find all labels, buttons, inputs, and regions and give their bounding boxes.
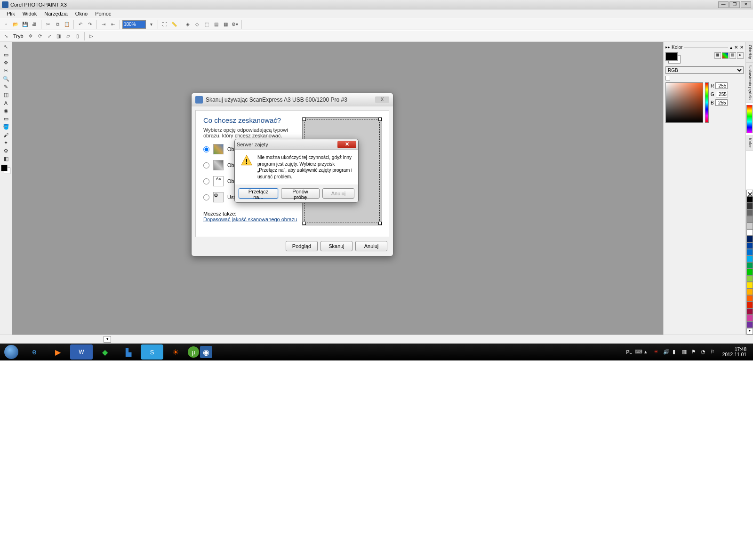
taskbar-skype-icon[interactable]: S (141, 344, 163, 360)
panel-options-icon[interactable]: ▸ (737, 52, 744, 59)
taskbar-word-icon[interactable]: W (70, 344, 93, 360)
palette-swatch[interactable] (746, 295, 753, 302)
error-dialog-titlebar[interactable]: Serwer zajęty ✕ (235, 139, 358, 150)
hue-slider[interactable] (705, 82, 709, 123)
taskbar-sun-icon[interactable]: ☀ (164, 344, 187, 360)
fullscreen-icon[interactable]: ⛶ (160, 20, 169, 29)
scan-option-bw-radio[interactable] (203, 178, 209, 184)
palette-swatch[interactable] (746, 315, 753, 321)
mode-skew-icon[interactable]: ◨ (55, 32, 63, 40)
image-sprayer-tool-icon[interactable]: ✿ (1, 147, 11, 155)
tray-keyboard-icon[interactable]: ⌨ (635, 349, 641, 355)
import-icon[interactable]: ⇥ (99, 20, 108, 29)
menu-help[interactable]: Pomoc (91, 10, 115, 17)
palette-swatch[interactable] (746, 249, 753, 256)
retry-button[interactable]: Ponów próbę (281, 188, 320, 199)
minimize-button[interactable]: — (718, 1, 729, 8)
palette-swatch[interactable] (746, 256, 753, 262)
taskbar-media-icon[interactable]: ▶ (47, 344, 69, 360)
ruler-icon[interactable]: 📏 (170, 20, 178, 29)
palette-swatch[interactable] (746, 269, 753, 275)
text-tool-icon[interactable]: A (1, 99, 11, 107)
colormixer-2-icon[interactable] (722, 52, 729, 59)
zoom-tool-icon[interactable]: 🔍 (1, 75, 11, 83)
taskbar-app-green-icon[interactable]: ◆ (94, 344, 116, 360)
scan-option-custom-radio[interactable] (203, 194, 209, 200)
mode-distort-icon[interactable]: ▱ (64, 32, 72, 40)
pointer-toggle-icon[interactable]: ⤡ (2, 32, 10, 40)
palette-swatch[interactable] (746, 229, 753, 236)
palette-swatch[interactable] (746, 236, 753, 242)
tool-e-icon[interactable]: ▦ (221, 20, 230, 29)
dropshadow-tool-icon[interactable]: ◧ (1, 155, 11, 163)
taskbar-buildings-icon[interactable]: ▙ (117, 344, 140, 360)
redeye-tool-icon[interactable]: ◉ (1, 107, 11, 115)
fill-tool-icon[interactable]: 🪣 (1, 123, 11, 131)
copy-icon[interactable]: ⧉ (53, 20, 62, 29)
palette-swatch[interactable] (746, 275, 753, 282)
outline-color-swatch[interactable] (665, 52, 678, 61)
palette-swatch[interactable] (746, 203, 753, 209)
g-input[interactable] (716, 91, 728, 97)
selection-handle[interactable] (378, 118, 382, 121)
palette-swatch[interactable] (746, 321, 753, 328)
mode-scale-icon[interactable]: ⤢ (45, 32, 54, 40)
selection-handle[interactable] (303, 222, 306, 225)
open-icon[interactable]: 📂 (11, 20, 20, 29)
color-model-select[interactable]: RGB (665, 66, 744, 74)
selection-handle[interactable] (303, 118, 306, 121)
zoom-dropdown-icon[interactable]: ▾ (147, 20, 155, 29)
tray-language[interactable]: PL (626, 350, 632, 355)
palette-none[interactable]: ✕ (746, 190, 753, 196)
mode-move-icon[interactable]: ✥ (26, 32, 35, 40)
tool-d-icon[interactable]: ▤ (212, 20, 220, 29)
palette-swatch[interactable] (746, 242, 753, 249)
foreground-color-swatch[interactable] (1, 165, 8, 171)
rectangle-tool-icon[interactable]: ▭ (1, 115, 11, 123)
cut-icon[interactable]: ✂ (44, 20, 52, 29)
undo-icon[interactable]: ↶ (76, 20, 85, 29)
close-button[interactable]: ✕ (741, 1, 751, 8)
tray-network-icon[interactable]: ▦ (682, 349, 689, 355)
mode-perspective-icon[interactable]: ▯ (73, 32, 82, 40)
colormixer-3-icon[interactable]: ▤ (729, 52, 736, 59)
eyedropper-tool-icon[interactable]: ✎ (1, 83, 11, 91)
effect-tool-icon[interactable]: ✦ (1, 139, 11, 147)
palette-swatch[interactable] (746, 288, 753, 295)
palette-scroll-down-icon[interactable]: ▾ (746, 328, 753, 335)
pick-tool-icon[interactable]: ↖ (1, 43, 11, 51)
tray-action-icon[interactable]: ⚑ (691, 349, 698, 355)
paint-tool-icon[interactable]: 🖌 (1, 131, 11, 139)
scan-dialog-close-button[interactable]: X (375, 96, 389, 103)
tool-c-icon[interactable]: ⬚ (202, 20, 211, 29)
error-dialog-close-button[interactable]: ✕ (337, 141, 356, 148)
tray-volume-icon[interactable]: 🔊 (663, 349, 670, 355)
scan-dialog-titlebar[interactable]: Skanuj używając ScanExpress A3 USB 600/1… (192, 93, 393, 106)
statusbar-combo[interactable]: ▾ (104, 336, 111, 343)
color-panel-close-icon[interactable]: ✕ (734, 45, 738, 50)
start-button[interactable] (0, 344, 23, 360)
taskbar-photopaint-icon[interactable]: ◉ (200, 346, 212, 358)
options-icon[interactable]: ⚙▾ (231, 20, 239, 29)
redo-icon[interactable]: ↷ (86, 20, 94, 29)
palette-swatch[interactable] (746, 209, 753, 216)
crop-tool-icon[interactable]: ✂ (1, 67, 11, 75)
tool-a-icon[interactable]: ◈ (184, 20, 192, 29)
tray-battery-icon[interactable]: ▮ (673, 349, 679, 355)
menu-view[interactable]: Widok (19, 10, 41, 17)
mask-transform-tool-icon[interactable]: ✥ (1, 59, 11, 67)
color-panel-collapse-icon[interactable]: ▴ (730, 45, 732, 50)
r-input[interactable] (715, 82, 728, 89)
taskbar-utorrent-icon[interactable]: µ (188, 346, 199, 358)
color-picker-area[interactable] (665, 82, 703, 123)
colormixer-icon[interactable]: ▦ (714, 52, 721, 59)
selection-handle[interactable] (378, 222, 382, 225)
tray-sun-icon[interactable]: ☀ (654, 349, 660, 355)
menu-window[interactable]: Okno (72, 10, 91, 17)
spectrum-icon[interactable] (746, 105, 753, 133)
maximize-button[interactable]: ❐ (729, 1, 740, 8)
color-panel-more-close-icon[interactable]: ✕ (740, 45, 744, 50)
save-icon[interactable]: 💾 (21, 20, 29, 29)
menu-tools[interactable]: Narzędzia (40, 10, 72, 17)
palette-swatch[interactable] (746, 262, 753, 269)
